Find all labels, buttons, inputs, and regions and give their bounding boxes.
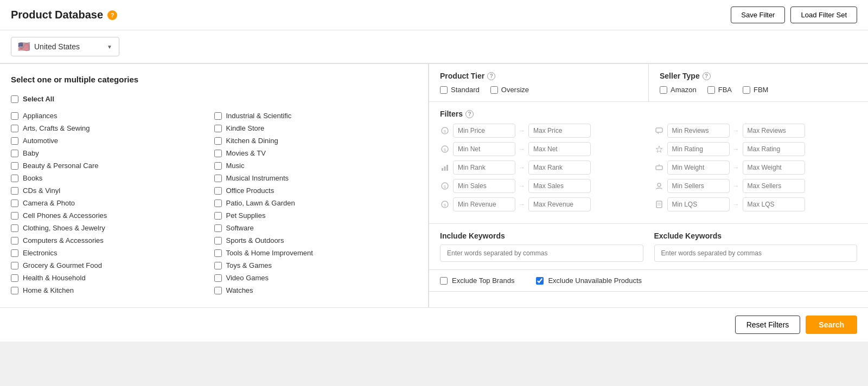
min-lqs-input[interactable] bbox=[667, 197, 730, 211]
include-keywords-input[interactable] bbox=[440, 245, 643, 262]
category-checkbox[interactable] bbox=[11, 224, 18, 232]
product-tier-option[interactable]: Standard bbox=[440, 86, 480, 94]
category-checkbox[interactable] bbox=[214, 112, 222, 120]
category-checkbox[interactable] bbox=[214, 175, 222, 182]
max-price-input[interactable] bbox=[528, 124, 591, 138]
category-checkbox[interactable] bbox=[11, 162, 18, 170]
category-checkbox[interactable] bbox=[11, 112, 18, 120]
seller-type-option[interactable]: FBA bbox=[707, 86, 732, 94]
list-item[interactable]: Clothing, Shoes & Jewelry bbox=[11, 222, 214, 234]
list-item[interactable]: Musical Instruments bbox=[214, 172, 418, 184]
search-button[interactable]: Search bbox=[806, 316, 857, 334]
category-checkbox[interactable] bbox=[214, 262, 222, 269]
max-sellers-input[interactable] bbox=[743, 179, 805, 193]
list-item[interactable]: Video Games bbox=[214, 272, 418, 284]
seller-type-checkbox[interactable] bbox=[707, 86, 715, 94]
category-checkbox[interactable] bbox=[214, 187, 222, 195]
category-checkbox[interactable] bbox=[214, 224, 222, 232]
list-item[interactable]: Watches bbox=[214, 284, 418, 297]
select-all-item[interactable]: Select All bbox=[11, 93, 417, 105]
header-info-icon[interactable]: ? bbox=[107, 10, 117, 20]
exclude-unavailable-item[interactable]: Exclude Unavailable Products bbox=[536, 276, 642, 285]
list-item[interactable]: Pet Supplies bbox=[214, 209, 418, 222]
product-tier-checkbox[interactable] bbox=[440, 86, 448, 94]
min-rank-input[interactable] bbox=[453, 160, 515, 175]
min-reviews-input[interactable] bbox=[667, 124, 730, 138]
list-item[interactable]: Grocery & Gourmet Food bbox=[11, 259, 214, 272]
category-checkbox[interactable] bbox=[11, 150, 18, 157]
category-checkbox[interactable] bbox=[11, 249, 18, 257]
category-checkbox[interactable] bbox=[11, 187, 18, 195]
max-sales-input[interactable] bbox=[528, 179, 591, 193]
category-checkbox[interactable] bbox=[11, 287, 18, 294]
list-item[interactable]: Tools & Home Improvement bbox=[214, 247, 418, 259]
category-checkbox[interactable] bbox=[214, 212, 222, 220]
category-checkbox[interactable] bbox=[214, 162, 222, 170]
seller-type-info-icon[interactable]: ? bbox=[703, 72, 711, 80]
exclude-unavailable-checkbox[interactable] bbox=[536, 277, 544, 285]
category-checkbox[interactable] bbox=[11, 137, 18, 145]
list-item[interactable]: Baby bbox=[11, 147, 214, 159]
list-item[interactable]: Electronics bbox=[11, 247, 214, 259]
list-item[interactable]: Beauty & Personal Care bbox=[11, 159, 214, 172]
load-filter-button[interactable]: Load Filter Set bbox=[790, 7, 857, 23]
seller-type-option[interactable]: Amazon bbox=[660, 86, 697, 94]
country-selector[interactable]: 🇺🇸 United States ▼ bbox=[11, 37, 119, 56]
category-checkbox[interactable] bbox=[11, 175, 18, 182]
seller-type-checkbox[interactable] bbox=[743, 86, 750, 94]
category-checkbox[interactable] bbox=[214, 200, 222, 207]
exclude-top-brands-item[interactable]: Exclude Top Brands bbox=[440, 276, 514, 285]
min-net-input[interactable] bbox=[453, 142, 515, 156]
list-item[interactable]: Software bbox=[214, 222, 418, 234]
min-rating-input[interactable] bbox=[667, 142, 730, 156]
min-sales-input[interactable] bbox=[453, 179, 515, 193]
list-item[interactable]: Cell Phones & Accessories bbox=[11, 209, 214, 222]
category-checkbox[interactable] bbox=[214, 249, 222, 257]
seller-type-checkbox[interactable] bbox=[660, 86, 667, 94]
max-reviews-input[interactable] bbox=[743, 124, 805, 138]
category-checkbox[interactable] bbox=[11, 125, 18, 132]
exclude-keywords-input[interactable] bbox=[654, 245, 858, 262]
category-checkbox[interactable] bbox=[214, 274, 222, 282]
list-item[interactable]: Books bbox=[11, 172, 214, 184]
list-item[interactable]: Industrial & Scientific bbox=[214, 110, 418, 122]
save-filter-button[interactable]: Save Filter bbox=[731, 7, 785, 23]
category-checkbox[interactable] bbox=[11, 200, 18, 207]
max-revenue-input[interactable] bbox=[528, 197, 591, 211]
list-item[interactable]: Toys & Games bbox=[214, 259, 418, 272]
max-rank-input[interactable] bbox=[528, 160, 591, 175]
filters-info-icon[interactable]: ? bbox=[465, 110, 474, 118]
product-tier-info-icon[interactable]: ? bbox=[487, 72, 495, 80]
list-item[interactable]: Music bbox=[214, 159, 418, 172]
category-checkbox[interactable] bbox=[11, 262, 18, 269]
category-checkbox[interactable] bbox=[11, 237, 18, 245]
max-weight-input[interactable] bbox=[743, 160, 805, 175]
min-price-input[interactable] bbox=[453, 124, 515, 138]
category-checkbox[interactable] bbox=[214, 150, 222, 157]
list-item[interactable]: Sports & Outdoors bbox=[214, 234, 418, 247]
category-checkbox[interactable] bbox=[214, 237, 222, 245]
category-checkbox[interactable] bbox=[11, 274, 18, 282]
max-net-input[interactable] bbox=[528, 142, 591, 156]
list-item[interactable]: Office Products bbox=[214, 184, 418, 197]
min-sellers-input[interactable] bbox=[667, 179, 730, 193]
min-weight-input[interactable] bbox=[667, 160, 730, 175]
category-checkbox[interactable] bbox=[214, 287, 222, 294]
category-checkbox[interactable] bbox=[214, 125, 222, 132]
list-item[interactable]: Kitchen & Dining bbox=[214, 134, 418, 147]
category-checkbox[interactable] bbox=[11, 212, 18, 220]
list-item[interactable]: Automotive bbox=[11, 134, 214, 147]
list-item[interactable]: Patio, Lawn & Garden bbox=[214, 197, 418, 209]
list-item[interactable]: Arts, Crafts & Sewing bbox=[11, 122, 214, 134]
seller-type-option[interactable]: FBM bbox=[743, 86, 768, 94]
list-item[interactable]: Computers & Accessories bbox=[11, 234, 214, 247]
max-rating-input[interactable] bbox=[743, 142, 805, 156]
category-checkbox[interactable] bbox=[214, 137, 222, 145]
reset-filters-button[interactable]: Reset Filters bbox=[735, 316, 801, 334]
exclude-top-brands-checkbox[interactable] bbox=[440, 277, 448, 285]
product-tier-checkbox[interactable] bbox=[490, 86, 498, 94]
list-item[interactable]: Home & Kitchen bbox=[11, 284, 214, 297]
max-lqs-input[interactable] bbox=[743, 197, 805, 211]
min-revenue-input[interactable] bbox=[453, 197, 515, 211]
list-item[interactable]: Appliances bbox=[11, 110, 214, 122]
